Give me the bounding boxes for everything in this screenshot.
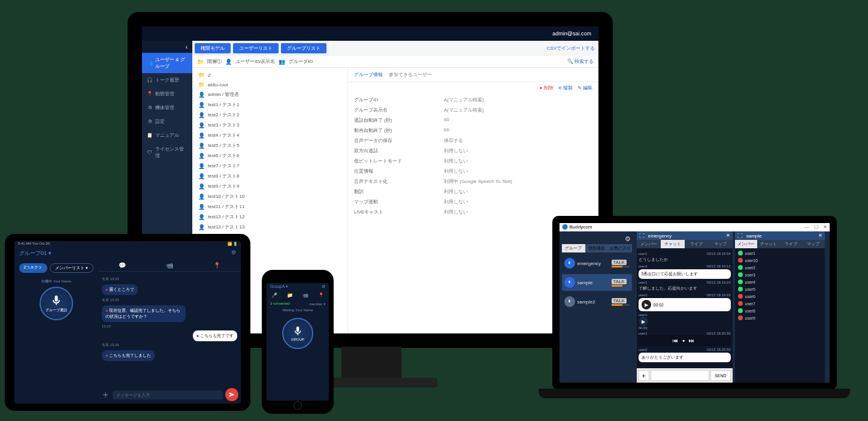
tree-user[interactable]: 👤test3 / テスト3: [192, 120, 347, 130]
battery-icon: 📶 🔋: [228, 242, 237, 246]
pane-tab[interactable]: マップ: [709, 240, 733, 248]
settings-icon[interactable]: ⚙: [624, 234, 632, 244]
attach-icon[interactable]: ＋: [101, 389, 110, 401]
chat-pane-close-icon[interactable]: ✕: [726, 233, 730, 239]
tab-group-info[interactable]: グループ情報: [354, 71, 383, 78]
bc-user[interactable]: ユーザーID/表示名: [235, 58, 275, 65]
sidebar-item[interactable]: 📋マニュアル: [142, 128, 192, 142]
tree-folder[interactable]: 📁aldio-root: [192, 80, 347, 89]
phone-mode-icon[interactable]: 📹: [303, 293, 309, 298]
member-row[interactable]: user6: [736, 293, 824, 300]
sidebar-collapse-button[interactable]: ‹: [142, 41, 192, 53]
expand-icon[interactable]: ⛶: [737, 233, 743, 239]
member-row[interactable]: user5: [736, 285, 824, 293]
tree-user[interactable]: 👤test6 / テスト6: [192, 151, 347, 161]
tab-map[interactable]: 📍: [213, 262, 220, 269]
tree-user[interactable]: 👤test2 / テスト2: [192, 110, 347, 120]
chat-text-input[interactable]: [651, 370, 710, 381]
pane-tab[interactable]: チャット: [757, 240, 780, 248]
member-row[interactable]: user2: [736, 264, 824, 271]
tablet-caller-status: 待機中 Your Name: [41, 279, 71, 284]
member-pane-close-icon[interactable]: ✕: [818, 233, 822, 239]
tab-button[interactable]: グループリスト: [281, 43, 326, 53]
tablet-settings-icon[interactable]: ⚙: [231, 249, 236, 257]
phone-mode-icon[interactable]: 📍: [318, 293, 324, 298]
pane-tab[interactable]: ライブ: [780, 240, 803, 248]
search-link[interactable]: 🔍 検索する: [567, 58, 594, 65]
tree-user[interactable]: 👤test13 / テスト13: [192, 222, 347, 232]
window-titlebar[interactable]: 🔵 Buddycom — ☐ ✕: [559, 223, 830, 231]
sidebar-item[interactable]: ⚙設定: [142, 115, 192, 128]
send-button[interactable]: SEND: [710, 370, 730, 381]
sidebar-item[interactable]: 📍動態管理: [142, 87, 192, 101]
phone-mode-icon[interactable]: 📁: [287, 293, 293, 298]
member-row[interactable]: user9: [736, 314, 824, 321]
tab-video[interactable]: 📹: [166, 262, 173, 269]
prop-value: 利用しない: [444, 168, 468, 175]
member-list-pill[interactable]: メンバーリスト ▾: [50, 263, 93, 273]
tree-user[interactable]: 👤test5 / テスト5: [192, 140, 347, 151]
delete-button[interactable]: ● 削除: [539, 85, 553, 91]
sidebar-item[interactable]: ⚙機体管理: [142, 101, 192, 115]
csv-import-link[interactable]: CSVでインポートする: [543, 44, 598, 53]
phone-mode-icon[interactable]: 🎤: [271, 293, 277, 298]
user-email[interactable]: admin@sai.com: [552, 31, 591, 37]
sidebar-tab[interactable]: 個別通話: [585, 244, 609, 252]
minimize-button[interactable]: —: [805, 224, 809, 230]
tree-user[interactable]: 👤admin / 管理者: [192, 89, 347, 100]
sidebar-item[interactable]: 🎧トーク履歴: [142, 73, 192, 87]
tree-user[interactable]: 👤test1 / テスト1: [192, 100, 347, 110]
pane-tab[interactable]: ライブ: [685, 240, 709, 248]
group-item[interactable]: sampleTALK: [562, 274, 632, 291]
connection-count-pill[interactable]: 2コネクト: [19, 263, 48, 273]
tree-user[interactable]: 👤test8 / テスト8: [192, 171, 347, 181]
chat-input[interactable]: [113, 390, 223, 399]
member-row[interactable]: user3: [736, 271, 824, 278]
member-row[interactable]: user7: [736, 300, 824, 307]
group-item[interactable]: sample2TALK: [562, 293, 632, 310]
attach-button[interactable]: ＋: [639, 370, 649, 381]
tab-members[interactable]: 参加できるユーザー: [389, 71, 432, 78]
member-row[interactable]: user1: [736, 249, 824, 257]
tab-button[interactable]: ユーザーリスト: [233, 43, 279, 53]
sidebar-item[interactable]: 👥ユーザー & グループ: [142, 53, 192, 73]
duplicate-button[interactable]: ⊕ 複製: [558, 85, 573, 91]
tree-user[interactable]: 👤test11 / テスト11: [192, 202, 347, 212]
edit-button[interactable]: ✎ 編集: [577, 85, 592, 91]
member-row[interactable]: user4: [736, 278, 824, 285]
pane-tab[interactable]: チャット: [661, 240, 685, 248]
tab-button[interactable]: 権限モデル: [195, 43, 231, 53]
phone-member-dropdown[interactable]: member ▾: [309, 302, 325, 306]
sidebar-tab[interactable]: グループ: [562, 244, 585, 252]
tree-user[interactable]: 👤test9 / テスト9: [192, 181, 347, 191]
bc-org[interactable]: 階層①: [207, 58, 222, 65]
member-row[interactable]: user8: [736, 307, 824, 314]
pane-tab[interactable]: マップ: [802, 240, 825, 248]
maximize-button[interactable]: ☐: [814, 224, 818, 230]
play-button[interactable]: ▶: [639, 317, 648, 326]
phone-talk-button[interactable]: GROUP: [282, 318, 313, 349]
play-button[interactable]: ▶: [642, 300, 651, 309]
sidebar-tab[interactable]: お気に入り: [609, 244, 632, 252]
member-row[interactable]: user10: [736, 257, 824, 264]
expand-icon[interactable]: ⛶: [639, 233, 645, 239]
tab-chat[interactable]: 💬: [119, 262, 126, 269]
tablet-group-title[interactable]: グループ01 ▾: [19, 249, 52, 257]
tablet-talk-button[interactable]: グループ通話: [40, 287, 73, 320]
bc-group[interactable]: グループID: [289, 58, 313, 65]
tree-user[interactable]: 👤test12 / テスト12: [192, 212, 347, 222]
tree-user[interactable]: 👤test7 / テスト7: [192, 161, 347, 171]
video-controls[interactable]: ⏮ ▶ ⏭: [673, 338, 695, 344]
tree-user[interactable]: 👤test10 / テスト10: [192, 191, 347, 202]
phone-settings-icon[interactable]: ⚙: [322, 284, 325, 289]
phone-group-title[interactable]: GroupA ▾: [270, 284, 288, 289]
sidebar-item[interactable]: 🛡ライセンス管理: [142, 142, 192, 163]
phone-home-button[interactable]: [294, 401, 302, 410]
tree-user[interactable]: 👤test4 / テスト4: [192, 130, 347, 140]
close-button[interactable]: ✕: [823, 224, 827, 230]
pane-tab[interactable]: メンバー: [637, 240, 661, 248]
send-button[interactable]: [225, 388, 238, 401]
tree-folder[interactable]: 📁Z: [192, 70, 347, 80]
group-item[interactable]: emergencyTALK: [562, 255, 632, 272]
pane-tab[interactable]: メンバー: [735, 240, 758, 248]
